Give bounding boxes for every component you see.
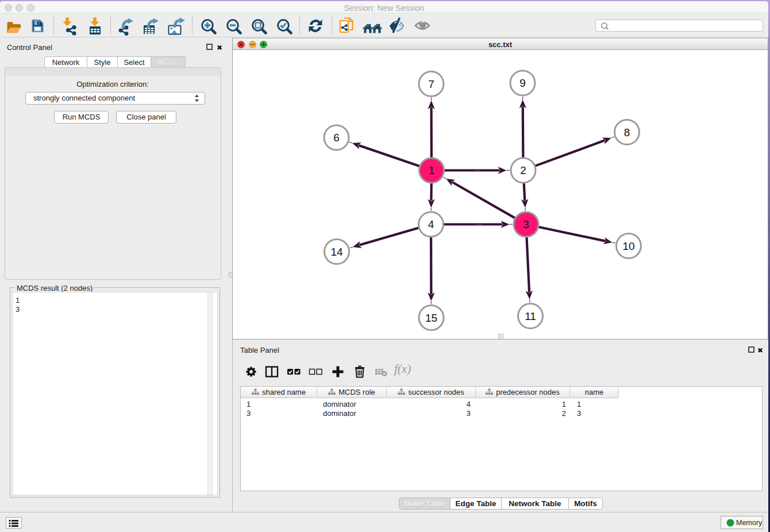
svg-text:10: 10 — [622, 240, 634, 252]
svg-text:14: 14 — [330, 246, 343, 258]
svg-text:11: 11 — [525, 310, 536, 322]
svg-text:8: 8 — [624, 126, 630, 138]
svg-text:2: 2 — [520, 164, 526, 176]
svg-text:3: 3 — [523, 218, 529, 230]
svg-text:9: 9 — [519, 77, 526, 89]
svg-text:15: 15 — [425, 312, 437, 324]
svg-text:6: 6 — [333, 132, 340, 144]
svg-text:4: 4 — [428, 218, 434, 230]
svg-text:7: 7 — [428, 78, 434, 90]
svg-text:1: 1 — [429, 164, 435, 176]
